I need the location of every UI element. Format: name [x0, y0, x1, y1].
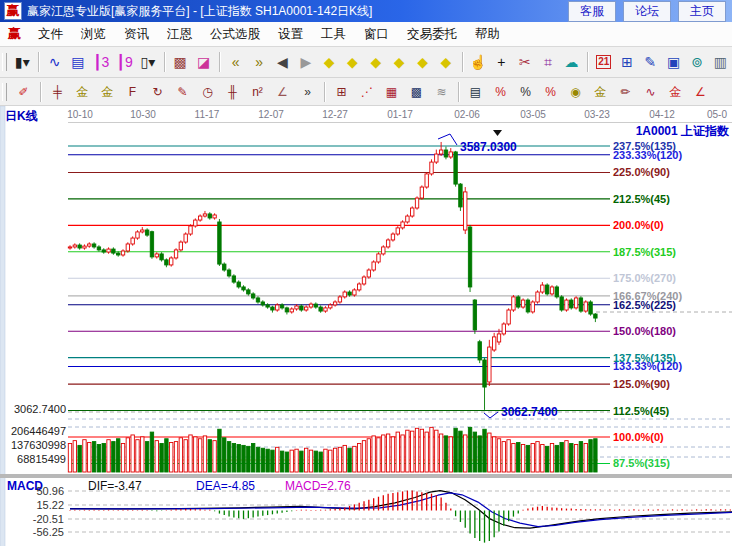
- gann-box-tool-icon[interactable]: ⌗: [536, 50, 559, 74]
- menu-item-trade-entrust[interactable]: 交易委托: [398, 24, 466, 45]
- pane-splitter[interactable]: [0, 474, 732, 478]
- pen-bars-icon[interactable]: ✏: [613, 81, 638, 103]
- hand-tool-icon[interactable]: ☝: [466, 50, 489, 74]
- chart-3min-icon[interactable]: ┃3: [90, 50, 113, 74]
- print-icon[interactable]: ▥: [709, 50, 732, 74]
- calendar-icon[interactable]: 21: [592, 50, 615, 74]
- price-grid-icon[interactable]: ╫: [220, 81, 245, 103]
- volume-bar: [256, 447, 259, 472]
- gold-circle-icon[interactable]: ◉: [563, 81, 588, 103]
- volume-bar: [550, 444, 553, 473]
- gold-underline-icon[interactable]: 金: [663, 81, 688, 103]
- calculator-icon[interactable]: ⊞: [615, 50, 638, 74]
- macd-axis-label: 50.96: [36, 485, 64, 497]
- last-page-icon[interactable]: »: [247, 50, 270, 74]
- menu-item-browse[interactable]: 浏览: [72, 24, 115, 45]
- candle-body: [160, 254, 163, 260]
- time-cycle-icon[interactable]: ◷: [195, 81, 220, 103]
- percent-line-icon[interactable]: %: [538, 81, 563, 103]
- menu-item-help[interactable]: 帮助: [466, 24, 509, 45]
- gold-grid-1-glyph: 金: [77, 86, 89, 98]
- candle-body: [203, 214, 206, 216]
- fan-lines-icon[interactable]: ⋰: [354, 81, 379, 103]
- grid-fill-dark-icon[interactable]: ▩: [404, 81, 429, 103]
- pattern-grid-icon[interactable]: ▩: [169, 50, 192, 74]
- draw-pen-icon[interactable]: ✐: [11, 81, 36, 103]
- expand-x-diamond-icon[interactable]: ◆: [364, 50, 387, 74]
- volume-bar: [382, 435, 385, 472]
- percent-retrace-icon[interactable]: %: [488, 81, 513, 103]
- info-board-icon[interactable]: ▤: [66, 50, 89, 74]
- gann-grid-icon[interactable]: ╪: [45, 81, 70, 103]
- candle-body: [304, 307, 307, 310]
- candle-body: [555, 287, 558, 297]
- chart-canvas[interactable]: 10-1010-3011-1712-0712-2701-1702-0603-05…: [0, 106, 732, 546]
- spiral-tool-icon[interactable]: ↻: [145, 81, 170, 103]
- menu-item-file[interactable]: 文件: [29, 24, 72, 45]
- toolbar-separator: [458, 82, 459, 102]
- menu-item-gann[interactable]: 江恩: [158, 24, 201, 45]
- page-forward-icon[interactable]: ▶: [294, 50, 317, 74]
- chart-9min-icon[interactable]: ┃9: [113, 50, 136, 74]
- wave-grid-icon[interactable]: ∿: [638, 81, 663, 103]
- volume-bar: [521, 444, 524, 472]
- volume-bar: [213, 441, 216, 472]
- customer-service-button[interactable]: 客服: [568, 1, 616, 22]
- page-back-icon[interactable]: ◀: [271, 50, 294, 74]
- web-send-icon[interactable]: ⊚: [685, 50, 708, 74]
- n-square-icon[interactable]: n²: [245, 81, 270, 103]
- kline-style-dropdown-icon[interactable]: ▮▾: [11, 50, 34, 74]
- candle-body: [107, 249, 110, 252]
- shift-left-diamond-icon[interactable]: ◆: [411, 50, 434, 74]
- fib-grid-icon[interactable]: F: [120, 81, 145, 103]
- crosshair-tool-icon[interactable]: +: [490, 50, 513, 74]
- smart-analysis-icon[interactable]: ☁: [560, 50, 583, 74]
- last-page-glyph: »: [255, 55, 263, 69]
- candle-body: [170, 258, 173, 265]
- grid-fill-red-icon[interactable]: ▦: [379, 81, 404, 103]
- gold-lines-icon[interactable]: 金: [588, 81, 613, 103]
- volume-bar: [102, 444, 105, 473]
- indicator-curve-icon[interactable]: ∿: [43, 50, 66, 74]
- trend-grid-icon[interactable]: ⊞: [329, 81, 354, 103]
- candle-body: [550, 287, 553, 294]
- angle-tool-a-icon[interactable]: ∠: [270, 81, 295, 103]
- compress-x-diamond-icon[interactable]: ◆: [388, 50, 411, 74]
- volume-bar: [121, 444, 124, 473]
- menu-item-formula-stock-pick[interactable]: 公式选股: [201, 24, 269, 45]
- save-icon[interactable]: ▣: [662, 50, 685, 74]
- gold-grid-1-icon[interactable]: 金: [70, 81, 95, 103]
- volume-bar: [488, 433, 491, 472]
- window-title: 赢家江恩专业版[赢家服务平台] - [上证指数 SH1A0001-142日K线]: [27, 3, 568, 20]
- ruler-list-icon[interactable]: ▤: [463, 81, 488, 103]
- gold-grid-2-icon[interactable]: 金: [95, 81, 120, 103]
- angle-tool-j-icon[interactable]: ∠: [688, 81, 713, 103]
- volume-bar: [425, 432, 428, 472]
- homepage-button[interactable]: 主页: [678, 1, 726, 22]
- volume-bar: [290, 450, 293, 472]
- more-tools-icon[interactable]: »: [295, 81, 320, 103]
- volume-bar: [454, 428, 457, 472]
- scale-down-diamond-icon[interactable]: ◆: [341, 50, 364, 74]
- notepad-icon[interactable]: ✎: [639, 50, 662, 74]
- menu-item-settings[interactable]: 设置: [269, 24, 312, 45]
- candle-body: [174, 250, 177, 258]
- percent-plain-icon[interactable]: %: [513, 81, 538, 103]
- first-page-icon[interactable]: «: [224, 50, 247, 74]
- scale-up-diamond-icon[interactable]: ◆: [317, 50, 340, 74]
- menu-item-window[interactable]: 窗口: [355, 24, 398, 45]
- gann-label: 112.5%(45): [613, 405, 670, 417]
- delete-draw-tool-icon[interactable]: ✂: [513, 50, 536, 74]
- compress-x-diamond-glyph: ◆: [394, 55, 405, 69]
- toolbar-grip: [2, 53, 7, 71]
- shift-right-diamond-icon[interactable]: ◆: [434, 50, 457, 74]
- forum-button[interactable]: 论坛: [623, 1, 671, 22]
- menu-item-news[interactable]: 资讯: [115, 24, 158, 45]
- candle-body: [136, 232, 139, 238]
- menu-item-tools[interactable]: 工具: [312, 24, 355, 45]
- multi-color-chart-icon[interactable]: ◪: [192, 50, 215, 74]
- parallel-lines-icon[interactable]: ≋: [429, 81, 454, 103]
- hollow-candle-dropdown-icon[interactable]: ▯▾: [136, 50, 159, 74]
- macd-axis-label: -20.51: [33, 513, 64, 525]
- pen-grid-icon[interactable]: ✎: [170, 81, 195, 103]
